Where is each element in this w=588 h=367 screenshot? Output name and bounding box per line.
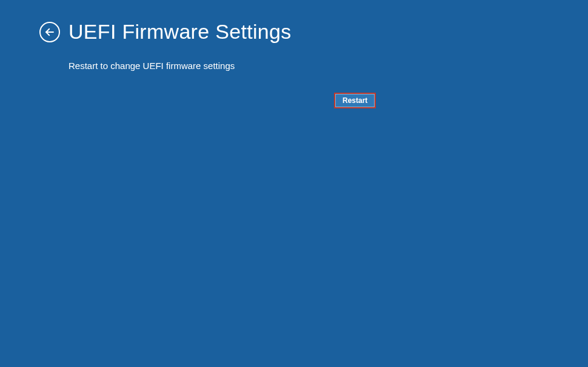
back-button[interactable] (39, 22, 60, 42)
restart-button[interactable]: Restart (334, 93, 376, 108)
header: UEFI Firmware Settings (0, 0, 588, 44)
arrow-left-icon (44, 27, 55, 38)
page-title: UEFI Firmware Settings (68, 20, 291, 44)
subtitle-text: Restart to change UEFI firmware settings (68, 61, 235, 71)
